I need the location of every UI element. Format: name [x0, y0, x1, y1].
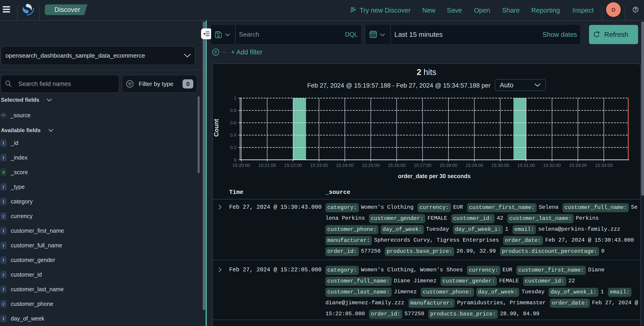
svg-text:15:27:00: 15:27:00 [414, 163, 432, 168]
svg-text:15:26:00: 15:26:00 [388, 163, 406, 168]
svg-text:15:25:00: 15:25:00 [362, 163, 380, 168]
svg-text:15:28:00: 15:28:00 [440, 163, 457, 168]
svg-text:15:21:00: 15:21:00 [258, 163, 276, 168]
svg-text:15:22:00: 15:22:00 [284, 163, 302, 168]
svg-text:0.4: 0.4 [230, 133, 236, 138]
svg-text:Count: Count [213, 119, 220, 137]
svg-text:15:29:00: 15:29:00 [466, 163, 483, 168]
svg-text:15:20:00: 15:20:00 [232, 163, 250, 168]
svg-text:order_date per 30 seconds: order_date per 30 seconds [398, 173, 470, 179]
svg-text:15:33:00: 15:33:00 [569, 163, 587, 168]
svg-text:15:34:00: 15:34:00 [595, 163, 613, 168]
svg-text:0.6: 0.6 [230, 120, 236, 125]
svg-text:0.8: 0.8 [230, 108, 236, 113]
svg-text:15:31:00: 15:31:00 [517, 163, 535, 168]
svg-text:15:30:00: 15:30:00 [491, 163, 509, 168]
svg-text:1: 1 [234, 96, 236, 101]
svg-text:0.2: 0.2 [230, 145, 236, 150]
svg-text:15:32:00: 15:32:00 [543, 163, 561, 168]
svg-text:15:24:00: 15:24:00 [336, 163, 354, 168]
svg-text:15:23:00: 15:23:00 [310, 163, 328, 168]
svg-text:0: 0 [234, 157, 236, 162]
